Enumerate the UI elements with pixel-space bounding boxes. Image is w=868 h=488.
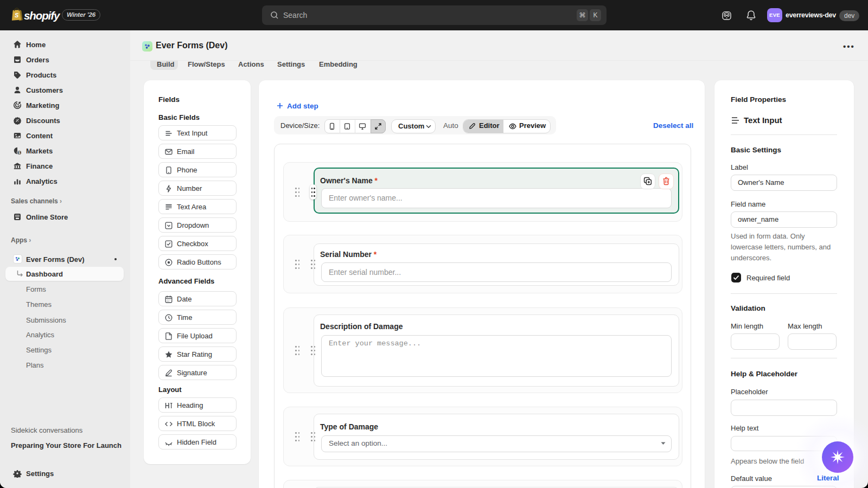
svg-text:S: S bbox=[15, 12, 19, 18]
svg-text:$: $ bbox=[18, 151, 21, 155]
